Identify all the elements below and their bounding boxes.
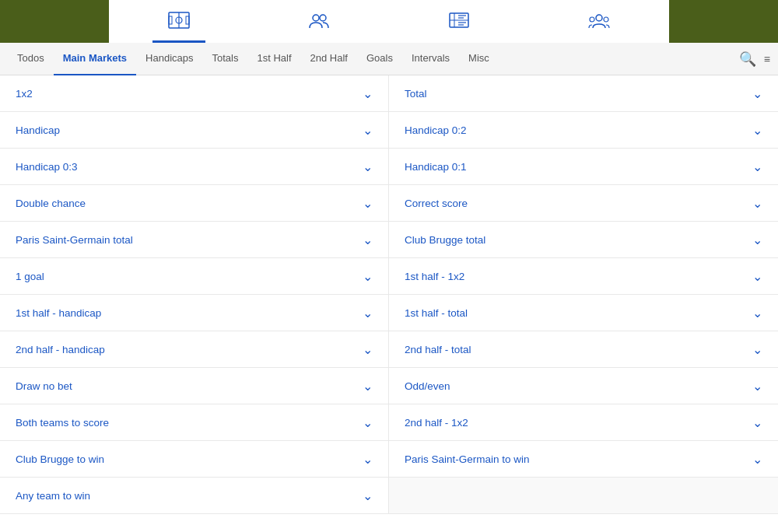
chevron-down-icon[interactable]: ⌄ — [363, 123, 373, 138]
market-row: 2nd half - total⌄ — [389, 331, 778, 368]
chevron-down-icon[interactable]: ⌄ — [752, 196, 762, 211]
chevron-down-icon[interactable]: ⌄ — [752, 342, 762, 357]
tab-pitch[interactable] — [152, 0, 205, 43]
sub-nav-item-2nd-half[interactable]: 2nd Half — [301, 43, 357, 75]
market-row: Correct score⌄ — [389, 185, 778, 222]
market-row: Club Brugge total⌄ — [389, 222, 778, 258]
market-label-left[interactable]: Double chance — [16, 198, 86, 209]
sub-nav: TodosMain MarketsHandicapsTotals1st Half… — [0, 43, 778, 75]
market-label-left[interactable]: Handicap 0:3 — [16, 161, 78, 173]
sub-nav-item-intervals[interactable]: Intervals — [402, 43, 459, 75]
chevron-down-icon[interactable]: ⌄ — [752, 452, 762, 467]
search-icon[interactable]: 🔍 — [739, 51, 756, 68]
market-label-left[interactable]: Club Brugge to win — [16, 453, 104, 465]
tab-players[interactable] — [293, 0, 345, 43]
market-label-right[interactable]: 2nd half - 1x2 — [405, 417, 468, 429]
market-grid: 1x2⌄Total⌄Handicap⌄Handicap 0:2⌄Handicap… — [0, 75, 778, 514]
market-label-right[interactable]: Paris Saint-Germain to win — [405, 453, 530, 465]
chevron-down-icon[interactable]: ⌄ — [363, 452, 373, 467]
chevron-down-icon[interactable]: ⌄ — [363, 306, 373, 320]
market-label-left[interactable]: Draw no bet — [16, 380, 72, 392]
sub-nav-item-handicaps[interactable]: Handicaps — [136, 43, 202, 75]
market-row: Total⌄ — [389, 75, 778, 112]
market-row — [389, 478, 778, 514]
market-row: Odd/even⌄ — [389, 368, 778, 404]
market-row: Handicap⌄ — [0, 112, 389, 149]
chevron-down-icon[interactable]: ⌄ — [752, 269, 762, 284]
market-row: 2nd half - 1x2⌄ — [389, 404, 778, 441]
market-row: Handicap 0:2⌄ — [389, 112, 778, 149]
app-container: TodosMain MarketsHandicapsTotals1st Half… — [0, 0, 778, 514]
market-label-left[interactable]: Any team to win — [16, 490, 90, 502]
market-label-left[interactable]: Paris Saint-Germain total — [16, 234, 133, 246]
market-label-right[interactable]: Club Brugge total — [405, 234, 485, 246]
top-bar — [0, 0, 778, 43]
chevron-down-icon[interactable]: ⌄ — [363, 269, 373, 284]
market-row: Draw no bet⌄ — [0, 368, 389, 404]
chevron-down-icon[interactable]: ⌄ — [363, 342, 373, 357]
market-row: 2nd half - handicap⌄ — [0, 331, 389, 368]
market-label-right[interactable]: Handicap 0:1 — [405, 161, 467, 173]
market-label-right[interactable]: Correct score — [405, 198, 468, 209]
market-label-left[interactable]: 1 goal — [16, 271, 44, 282]
market-row: 1x2⌄ — [0, 75, 389, 112]
market-label-right[interactable]: 1st half - 1x2 — [405, 271, 464, 282]
market-row: 1 goal⌄ — [0, 258, 389, 295]
sub-nav-icons: 🔍 ≡ — [739, 51, 770, 68]
svg-point-16 — [604, 17, 608, 22]
market-label-right[interactable]: 1st half - total — [405, 307, 468, 319]
market-label-right[interactable]: Total — [405, 88, 427, 100]
chevron-down-icon[interactable]: ⌄ — [752, 123, 762, 138]
chevron-down-icon[interactable]: ⌄ — [363, 86, 373, 101]
chevron-down-icon[interactable]: ⌄ — [752, 379, 762, 394]
market-label-right[interactable]: Odd/even — [405, 380, 450, 392]
tab-stats[interactable] — [433, 0, 485, 43]
sub-nav-item-main-markets[interactable]: Main Markets — [54, 43, 136, 75]
market-row: Any team to win⌄ — [0, 478, 389, 514]
svg-point-6 — [320, 15, 326, 21]
chevron-down-icon[interactable]: ⌄ — [752, 306, 762, 320]
market-row: Handicap 0:1⌄ — [389, 149, 778, 185]
market-label-left[interactable]: Both teams to score — [16, 417, 109, 429]
svg-point-15 — [590, 17, 594, 22]
filter-icon[interactable]: ≡ — [764, 53, 770, 65]
market-row: Handicap 0:3⌄ — [0, 149, 389, 185]
chevron-down-icon[interactable]: ⌄ — [752, 86, 762, 101]
chevron-down-icon[interactable]: ⌄ — [752, 233, 762, 247]
sub-nav-item-todos[interactable]: Todos — [8, 43, 54, 75]
market-label-left[interactable]: 2nd half - handicap — [16, 344, 105, 355]
chevron-down-icon[interactable]: ⌄ — [363, 196, 373, 211]
sub-nav-item-goals[interactable]: Goals — [357, 43, 402, 75]
chevron-down-icon[interactable]: ⌄ — [752, 415, 762, 430]
market-label-left[interactable]: 1st half - handicap — [16, 307, 101, 319]
market-row: Paris Saint-Germain to win⌄ — [389, 441, 778, 478]
market-label-right[interactable]: 2nd half - total — [405, 344, 471, 355]
market-row: Double chance⌄ — [0, 185, 389, 222]
chevron-down-icon[interactable]: ⌄ — [363, 233, 373, 247]
market-row: Paris Saint-Germain total⌄ — [0, 222, 389, 258]
market-row: Club Brugge to win⌄ — [0, 441, 389, 478]
market-label-left[interactable]: Handicap — [16, 124, 60, 136]
chevron-down-icon[interactable]: ⌄ — [363, 379, 373, 394]
tab-group[interactable] — [573, 0, 626, 43]
sub-nav-item-misc[interactable]: Misc — [459, 43, 499, 75]
svg-point-5 — [313, 15, 319, 21]
market-row: 1st half - total⌄ — [389, 295, 778, 331]
sub-nav-item-1st-half[interactable]: 1st Half — [247, 43, 300, 75]
chevron-down-icon[interactable]: ⌄ — [363, 415, 373, 430]
svg-point-14 — [596, 15, 602, 21]
market-row: 1st half - handicap⌄ — [0, 295, 389, 331]
sub-nav-item-totals[interactable]: Totals — [203, 43, 248, 75]
market-row: Both teams to score⌄ — [0, 404, 389, 441]
chevron-down-icon[interactable]: ⌄ — [752, 159, 762, 174]
market-label-right[interactable]: Handicap 0:2 — [405, 124, 467, 136]
chevron-down-icon[interactable]: ⌄ — [363, 488, 373, 503]
market-label-left[interactable]: 1x2 — [16, 88, 33, 100]
chevron-down-icon[interactable]: ⌄ — [363, 159, 373, 174]
market-row: 1st half - 1x2⌄ — [389, 258, 778, 295]
